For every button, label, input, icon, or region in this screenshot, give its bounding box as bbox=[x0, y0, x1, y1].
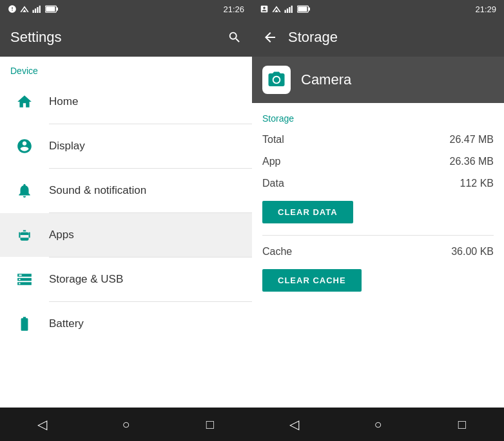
total-label: Total bbox=[262, 134, 284, 145]
svg-rect-4 bbox=[35, 8, 36, 13]
left-time: 21:26 bbox=[223, 5, 244, 14]
right-home-button[interactable]: ○ bbox=[358, 411, 397, 437]
search-button[interactable] bbox=[228, 30, 242, 44]
back-button[interactable] bbox=[262, 30, 278, 45]
settings-title: Settings bbox=[10, 29, 62, 46]
right-panel: 21:29 Storage Camera Storage Total 26.47… bbox=[252, 0, 504, 441]
clear-cache-button[interactable]: CLEAR CACHE bbox=[262, 269, 362, 292]
camera-app-icon bbox=[262, 66, 291, 94]
device-section-label: Device bbox=[0, 57, 252, 80]
home-label: Home bbox=[49, 95, 78, 108]
left-panel: 21:26 Settings Device Home Display bbox=[0, 0, 252, 441]
svg-rect-6 bbox=[39, 6, 41, 13]
nav-item-storage[interactable]: Storage & USB bbox=[0, 258, 252, 301]
camera-app-name: Camera bbox=[301, 71, 351, 88]
left-status-bar: 21:26 bbox=[0, 0, 252, 18]
storage-row-cache: Cache 36.00 KB bbox=[262, 241, 494, 263]
data-value: 112 KB bbox=[460, 178, 494, 189]
left-bottom-nav: ◁ ○ □ bbox=[0, 408, 252, 441]
right-time: 21:29 bbox=[475, 5, 496, 14]
storage-usb-icon bbox=[10, 265, 39, 294]
nav-item-battery[interactable]: Battery bbox=[0, 302, 252, 346]
right-bottom-nav: ◁ ○ □ bbox=[252, 408, 504, 441]
app-header: Camera bbox=[252, 57, 504, 103]
left-back-button[interactable]: ◁ bbox=[23, 411, 61, 437]
svg-rect-13 bbox=[285, 10, 286, 14]
storage-row-data: Data 112 KB bbox=[262, 173, 494, 194]
display-icon bbox=[10, 132, 39, 160]
right-status-bar: 21:29 bbox=[252, 0, 504, 18]
sound-label: Sound & notification bbox=[49, 184, 146, 197]
svg-rect-14 bbox=[287, 8, 288, 13]
right-status-icons bbox=[260, 5, 310, 14]
cache-divider bbox=[262, 235, 494, 236]
data-label: Data bbox=[262, 178, 284, 189]
clear-data-button[interactable]: CLEAR DATA bbox=[262, 201, 353, 223]
cache-value: 36.00 KB bbox=[451, 246, 494, 258]
nav-item-home[interactable]: Home bbox=[0, 80, 252, 124]
storage-row-app: App 26.36 MB bbox=[262, 151, 494, 173]
left-home-button[interactable]: ○ bbox=[106, 411, 145, 437]
sound-icon bbox=[10, 176, 39, 205]
app-label: App bbox=[262, 156, 280, 167]
svg-rect-18 bbox=[309, 8, 311, 11]
storage-title: Storage bbox=[288, 29, 338, 46]
svg-rect-16 bbox=[291, 6, 293, 13]
right-back-button[interactable]: ◁ bbox=[275, 411, 313, 437]
total-value: 26.47 MB bbox=[450, 134, 494, 145]
svg-rect-15 bbox=[289, 7, 290, 13]
left-recents-button[interactable]: □ bbox=[191, 411, 229, 437]
nav-item-display[interactable]: Display bbox=[0, 124, 252, 168]
nav-item-apps[interactable]: Apps bbox=[0, 213, 252, 257]
svg-rect-3 bbox=[33, 10, 34, 14]
battery-label: Battery bbox=[49, 317, 84, 330]
svg-rect-19 bbox=[298, 6, 307, 12]
left-toolbar: Settings bbox=[0, 18, 252, 57]
apps-label: Apps bbox=[49, 229, 74, 241]
home-icon bbox=[10, 88, 39, 116]
apps-icon bbox=[10, 221, 39, 249]
storage-content: Storage Total 26.47 MB App 26.36 MB Data… bbox=[252, 103, 504, 408]
storage-section-label: Storage bbox=[262, 103, 494, 129]
left-status-icons bbox=[8, 5, 58, 14]
storage-row-total: Total 26.47 MB bbox=[262, 129, 494, 151]
svg-rect-5 bbox=[37, 7, 38, 13]
display-label: Display bbox=[49, 140, 85, 153]
nav-items-list: Home Display Sound & notification Apps bbox=[0, 80, 252, 408]
right-recents-button[interactable]: □ bbox=[443, 411, 481, 437]
nav-item-sound[interactable]: Sound & notification bbox=[0, 169, 252, 212]
storage-usb-label: Storage & USB bbox=[49, 273, 123, 286]
battery-icon bbox=[10, 310, 39, 338]
right-toolbar: Storage bbox=[252, 18, 504, 57]
cache-label: Cache bbox=[262, 246, 292, 258]
svg-rect-8 bbox=[57, 8, 59, 11]
app-value: 26.36 MB bbox=[450, 156, 494, 167]
svg-rect-9 bbox=[46, 6, 55, 12]
